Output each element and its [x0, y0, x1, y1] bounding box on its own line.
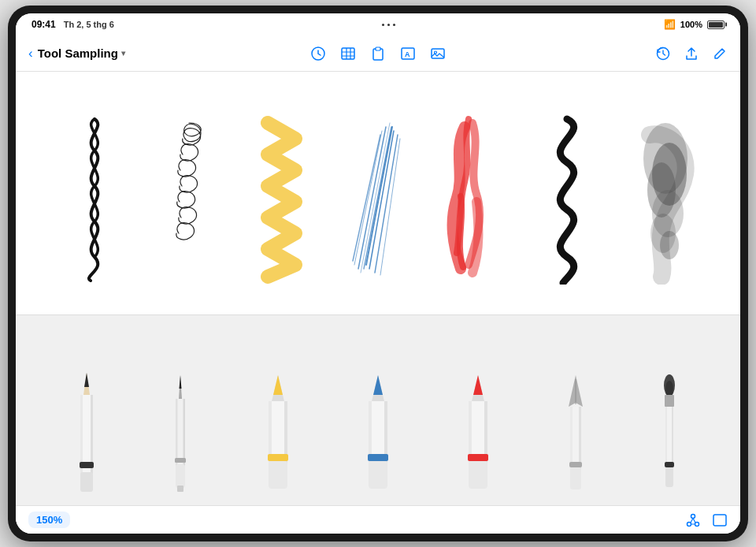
svg-rect-39	[268, 454, 288, 461]
time: 09:41	[32, 19, 56, 30]
status-dots	[382, 24, 395, 26]
svg-rect-7	[376, 47, 380, 50]
svg-text:A: A	[405, 50, 410, 58]
back-arrow-icon: ‹	[28, 46, 33, 61]
bottom-bar: 150%	[16, 505, 740, 534]
ipad-screen: 09:41 Th 2, 5 thg 6 📶 100% ‹	[16, 13, 740, 534]
zoom-badge[interactable]: 150%	[28, 512, 70, 528]
svg-rect-61	[570, 467, 581, 489]
bottom-right-icons	[685, 512, 728, 528]
svg-point-70	[687, 522, 691, 526]
stroke-loops-black	[150, 111, 228, 285]
dot1	[382, 24, 384, 26]
battery-fill	[709, 22, 723, 28]
svg-point-72	[695, 522, 699, 526]
status-right: 📶 100%	[664, 19, 724, 30]
toolbar-right	[495, 46, 728, 61]
svg-rect-53	[468, 454, 488, 461]
svg-rect-10	[432, 49, 444, 58]
canvas-area[interactable]	[16, 72, 740, 505]
svg-marker-49	[473, 375, 483, 395]
tool-fountain-pen[interactable]	[555, 323, 596, 497]
svg-point-63	[665, 381, 673, 396]
ipad-frame: 09:41 Th 2, 5 thg 6 📶 100% ‹	[8, 6, 748, 541]
svg-rect-64	[665, 395, 674, 407]
arrange-icon[interactable]	[685, 512, 701, 528]
dot3	[393, 24, 395, 26]
table-icon[interactable]	[340, 46, 356, 61]
svg-rect-69	[665, 467, 673, 487]
svg-marker-27	[180, 375, 182, 389]
tool-brush[interactable]	[649, 323, 690, 497]
title-text: Tool Sampling	[38, 47, 118, 60]
stroke-squiggle-black	[55, 111, 134, 285]
tool-pencil[interactable]	[66, 323, 107, 497]
document-title[interactable]: Tool Sampling ▾	[38, 47, 125, 60]
image-icon[interactable]	[430, 46, 446, 61]
svg-rect-60	[569, 462, 582, 467]
stroke-scribble-blue	[339, 111, 417, 285]
clipboard-icon[interactable]	[370, 46, 386, 61]
stroke-zigzag-yellow	[244, 111, 323, 285]
view-icon[interactable]	[712, 512, 728, 528]
svg-rect-54	[469, 461, 487, 489]
status-left: 09:41 Th 2, 5 thg 6	[32, 19, 114, 30]
toolbar-center: A	[261, 46, 495, 61]
tool-marker-yellow[interactable]	[254, 323, 302, 497]
svg-rect-76	[713, 515, 726, 526]
date: Th 2, 5 thg 6	[64, 20, 114, 29]
tool-fine-pen[interactable]	[160, 323, 201, 497]
toolbar-left: ‹ Tool Sampling ▾	[28, 46, 261, 61]
wifi-icon: 📶	[664, 19, 676, 30]
status-bar: 09:41 Th 2, 5 thg 6 📶 100%	[16, 13, 740, 35]
svg-rect-32	[176, 464, 185, 488]
title-chevron-icon: ▾	[121, 49, 125, 58]
svg-marker-35	[273, 375, 283, 395]
svg-rect-68	[665, 462, 674, 467]
back-button[interactable]: ‹	[28, 46, 33, 61]
svg-rect-46	[368, 454, 388, 461]
strokes-area	[16, 72, 740, 323]
svg-rect-1	[342, 48, 354, 59]
svg-line-74	[693, 518, 695, 523]
svg-marker-20	[84, 373, 89, 387]
tool-marker-blue[interactable]	[354, 323, 402, 497]
stroke-scatter-red	[433, 111, 512, 285]
svg-rect-40	[269, 461, 287, 489]
toolbar: ‹ Tool Sampling ▾	[16, 35, 740, 72]
edit-icon[interactable]	[712, 46, 728, 61]
svg-rect-33	[177, 486, 183, 492]
svg-rect-25	[80, 472, 93, 492]
svg-line-73	[691, 518, 693, 523]
dot2	[387, 24, 390, 26]
history-icon[interactable]	[655, 46, 671, 61]
svg-rect-24	[80, 462, 94, 468]
svg-rect-47	[369, 461, 387, 489]
share-icon[interactable]	[684, 46, 699, 61]
tool-palette	[16, 314, 740, 505]
stroke-watercolor-dark	[622, 111, 701, 285]
shapes-icon[interactable]	[310, 46, 326, 61]
text-icon[interactable]: A	[400, 46, 416, 61]
svg-point-71	[691, 514, 695, 518]
svg-marker-42	[373, 375, 383, 395]
battery-icon	[707, 20, 724, 29]
battery-label: 100%	[680, 20, 702, 29]
svg-rect-31	[175, 458, 186, 463]
tool-marker-red[interactable]	[454, 323, 502, 497]
stroke-squiggle-bold	[528, 111, 606, 285]
